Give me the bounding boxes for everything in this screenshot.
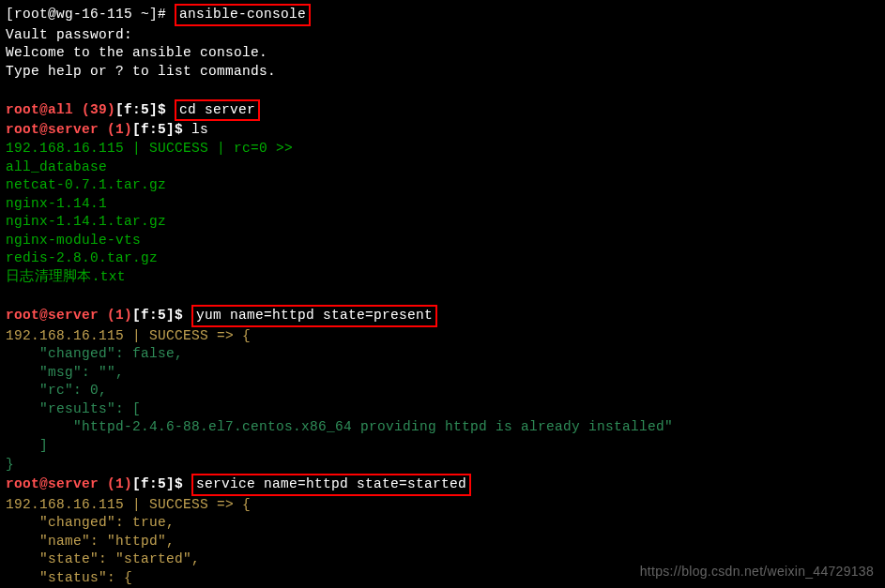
vault-prompt: Vault password:: [6, 26, 879, 45]
cmd-ansible-console: ansible-console: [175, 4, 311, 26]
yum-output: ]: [6, 437, 879, 456]
yum-output: "httpd-2.4.6-88.el7.centos.x86_64 provid…: [6, 418, 879, 437]
service-output: "changed": true,: [6, 514, 879, 533]
prompt-forks: [f:5]: [115, 102, 158, 117]
cmd-ls: ls: [191, 122, 208, 137]
prompt-dollar: $: [175, 476, 191, 491]
prompt-server-yum-line: root@server (1)[f:5]$ yum name=httpd sta…: [6, 305, 879, 327]
prompt-user: root@: [6, 476, 48, 491]
cmd-service: service name=httpd state=started: [191, 474, 471, 496]
shell-prompt: [root@wg-16-115 ~]#: [6, 7, 175, 22]
prompt-host: all (39): [48, 102, 115, 117]
prompt-dollar: $: [175, 122, 191, 137]
ls-file: all_database: [6, 158, 879, 177]
prompt-user: root@: [6, 308, 48, 323]
prompt-dollar: $: [175, 308, 191, 323]
prompt-server-ls-line: root@server (1)[f:5]$ ls: [6, 121, 879, 140]
yum-output: "msg": "",: [6, 364, 879, 383]
service-output: "name": "httpd",: [6, 533, 879, 551]
prompt-user: root@: [6, 102, 48, 117]
prompt-forks: [f:5]: [132, 308, 175, 323]
blank-line: [6, 286, 879, 305]
cmd-cd-server: cd server: [175, 99, 260, 122]
ls-file: netcat-0.7.1.tar.gz: [6, 176, 879, 195]
yum-output: "changed": false,: [6, 345, 879, 364]
prompt-user: root@: [6, 122, 48, 137]
prompt-host: server (1): [48, 122, 132, 137]
ls-file: nginx-1.14.1.tar.gz: [6, 213, 879, 232]
prompt-forks: [f:5]: [132, 122, 175, 137]
prompt-dollar: $: [158, 102, 175, 117]
cmd-yum: yum name=httpd state=present: [191, 305, 437, 327]
ls-file: nginx-1.14.1: [6, 195, 879, 214]
blank-line: [6, 81, 879, 99]
ls-success-header: 192.168.16.115 | SUCCESS | rc=0 >>: [6, 140, 879, 158]
prompt-server-service-line: root@server (1)[f:5]$ service name=httpd…: [6, 474, 879, 496]
ls-file: nginx-module-vts: [6, 232, 879, 250]
yum-output: "results": [: [6, 400, 879, 419]
yum-success-header: 192.168.16.115 | SUCCESS => {: [6, 327, 879, 346]
shell-line: [root@wg-16-115 ~]# ansible-console: [6, 4, 879, 26]
yum-output: }: [6, 456, 879, 475]
yum-output: "rc": 0,: [6, 382, 879, 400]
service-success-header: 192.168.16.115 | SUCCESS => {: [6, 496, 879, 515]
ls-file: 日志清理脚本.txt: [6, 268, 879, 287]
watermark-text: https://blog.csdn.net/weixin_44729138: [640, 563, 874, 580]
ls-file: redis-2.8.0.tar.gz: [6, 249, 879, 268]
prompt-all-line: root@all (39)[f:5]$ cd server: [6, 99, 879, 122]
prompt-forks: [f:5]: [132, 476, 175, 491]
welcome-line-2: Type help or ? to list commands.: [6, 63, 879, 82]
welcome-line-1: Welcome to the ansible console.: [6, 44, 879, 63]
prompt-host: server (1): [48, 476, 132, 491]
prompt-host: server (1): [48, 308, 132, 323]
